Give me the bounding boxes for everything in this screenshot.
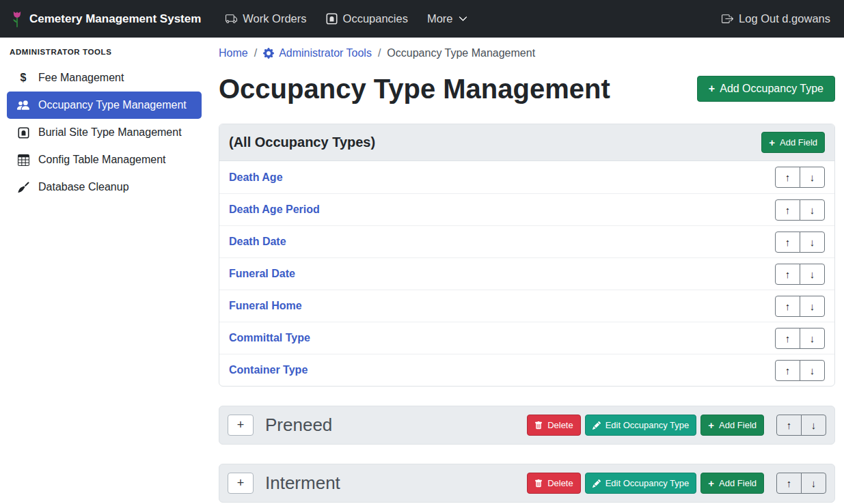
delete-label: Delete <box>547 478 573 488</box>
move-down-button[interactable]: ↓ <box>801 473 826 494</box>
reorder-buttons: ↑ ↓ <box>776 415 826 436</box>
arrow-up-icon: ↑ <box>787 419 792 431</box>
section-actions: Delete Edit Occupancy Type + Add Field ↑… <box>527 415 826 436</box>
field-link[interactable]: Death Date <box>229 236 286 248</box>
breadcrumb: Home / Administrator Tools / Occupancy T… <box>219 47 835 59</box>
sidebar-item-database-cleanup[interactable]: Database Cleanup <box>7 173 202 201</box>
add-field-label: Add Field <box>780 137 817 148</box>
add-occupancy-type-button[interactable]: + Add Occupancy Type <box>697 76 835 102</box>
sidebar-item-config-table-management[interactable]: Config Table Management <box>7 146 202 173</box>
arrow-up-icon: ↑ <box>787 477 792 489</box>
field-link[interactable]: Funeral Home <box>229 300 302 312</box>
add-field-button[interactable]: + Add Field <box>761 132 825 153</box>
breadcrumb-separator: / <box>254 47 257 59</box>
field-row: Committal Type ↑ ↓ <box>219 322 834 354</box>
logout-icon <box>722 13 733 25</box>
users-icon <box>16 99 31 111</box>
pencil-icon <box>593 421 601 430</box>
sidebar-item-label: Occupancy Type Management <box>38 99 187 111</box>
move-down-button[interactable]: ↓ <box>800 232 825 253</box>
nav-work-orders[interactable]: Work Orders <box>216 7 316 31</box>
plus-icon: + <box>708 420 714 430</box>
all-types-header: (All Occupancy Types) + Add Field <box>219 124 834 161</box>
move-up-button[interactable]: ↑ <box>775 167 800 188</box>
breadcrumb-admin-tools[interactable]: Administrator Tools <box>263 47 372 59</box>
nav-occupancies[interactable]: Occupancies <box>316 7 418 31</box>
sidebar-item-label: Config Table Management <box>38 154 166 166</box>
move-down-button[interactable]: ↓ <box>800 199 825 221</box>
move-up-button[interactable]: ↑ <box>775 360 800 381</box>
reorder-buttons: ↑ ↓ <box>775 167 825 188</box>
breadcrumb-separator: / <box>378 47 381 59</box>
field-link[interactable]: Funeral Date <box>229 268 295 280</box>
delete-occupancy-type-button[interactable]: Delete <box>527 415 581 436</box>
sidebar-item-label: Fee Management <box>38 72 124 84</box>
arrow-up-icon: ↑ <box>785 171 791 183</box>
logout-link[interactable]: Log Out d.gowans <box>712 7 833 31</box>
move-down-button[interactable]: ↓ <box>800 360 825 381</box>
breadcrumb-home[interactable]: Home <box>219 47 248 59</box>
section-title: Preneed <box>265 415 332 436</box>
main-content: Home / Administrator Tools / Occupancy T… <box>208 38 844 504</box>
sidebar-item-burial-site-type-management[interactable]: Burial Site Type Management <box>7 119 202 146</box>
gear-icon <box>263 48 274 59</box>
field-row: Death Date ↑ ↓ <box>219 225 834 257</box>
move-up-button[interactable]: ↑ <box>775 264 800 285</box>
field-link[interactable]: Death Age <box>229 171 283 184</box>
arrow-down-icon: ↓ <box>811 477 817 489</box>
sidebar-heading: ADMINISTRATOR TOOLS <box>7 48 202 64</box>
broom-icon <box>16 182 31 193</box>
field-row: Death Age ↑ ↓ <box>219 161 834 193</box>
edit-occupancy-type-button[interactable]: Edit Occupancy Type <box>585 473 697 494</box>
field-link[interactable]: Death Age Period <box>229 204 320 216</box>
sidebar-item-fee-management[interactable]: $ Fee Management <box>7 64 202 92</box>
top-navbar: Cemetery Management System Work Orders O… <box>0 0 844 38</box>
reorder-buttons: ↑ ↓ <box>775 360 825 381</box>
nav-more-label: More <box>427 12 453 25</box>
move-down-button[interactable]: ↓ <box>800 296 825 317</box>
expand-button[interactable]: + <box>228 415 254 436</box>
expand-button[interactable]: + <box>228 473 254 494</box>
add-field-button[interactable]: + Add Field <box>700 473 764 494</box>
add-field-button[interactable]: + Add Field <box>700 415 764 436</box>
move-down-button[interactable]: ↓ <box>800 328 825 349</box>
all-occupancy-types-card: (All Occupancy Types) + Add Field Death … <box>219 124 835 387</box>
arrow-down-icon: ↓ <box>810 333 815 344</box>
edit-occupancy-type-button[interactable]: Edit Occupancy Type <box>585 415 697 436</box>
plus-icon: + <box>708 478 714 488</box>
logout-label: Log Out d.gowans <box>739 12 830 25</box>
sidebar-item-label: Burial Site Type Management <box>38 126 182 139</box>
nav-occupancies-label: Occupancies <box>343 12 408 25</box>
arrow-down-icon: ↓ <box>810 204 815 216</box>
field-row: Container Type ↑ ↓ <box>219 354 834 386</box>
move-up-button[interactable]: ↑ <box>775 296 800 317</box>
add-field-label: Add Field <box>719 478 757 488</box>
arrow-up-icon: ↑ <box>785 300 791 312</box>
move-up-button[interactable]: ↑ <box>776 473 802 494</box>
move-down-button[interactable]: ↓ <box>800 167 825 188</box>
field-link[interactable]: Committal Type <box>229 332 310 344</box>
flower-logo-icon <box>11 10 23 28</box>
plus-icon: + <box>709 83 715 94</box>
move-up-button[interactable]: ↑ <box>775 232 800 253</box>
nav-more[interactable]: More <box>418 7 477 31</box>
move-down-button[interactable]: ↓ <box>801 415 826 436</box>
add-field-label: Add Field <box>719 420 757 430</box>
move-up-button[interactable]: ↑ <box>776 415 802 436</box>
reorder-buttons: ↑ ↓ <box>775 296 825 317</box>
app-brand[interactable]: Cemetery Management System <box>11 10 201 28</box>
plus-icon: + <box>237 476 245 490</box>
arrow-up-icon: ↑ <box>785 268 791 280</box>
move-up-button[interactable]: ↑ <box>775 328 800 349</box>
arrow-down-icon: ↓ <box>810 365 815 376</box>
field-link[interactable]: Container Type <box>229 364 308 376</box>
chevron-down-icon <box>459 14 467 23</box>
plus-icon: + <box>237 418 245 432</box>
delete-label: Delete <box>547 420 573 430</box>
move-up-button[interactable]: ↑ <box>775 199 800 221</box>
card-title: (All Occupancy Types) <box>229 135 375 150</box>
move-down-button[interactable]: ↓ <box>800 264 825 285</box>
sidebar-item-occupancy-type-management[interactable]: Occupancy Type Management <box>7 92 202 119</box>
breadcrumb-current: Occupancy Type Management <box>387 47 535 59</box>
delete-occupancy-type-button[interactable]: Delete <box>527 473 581 494</box>
